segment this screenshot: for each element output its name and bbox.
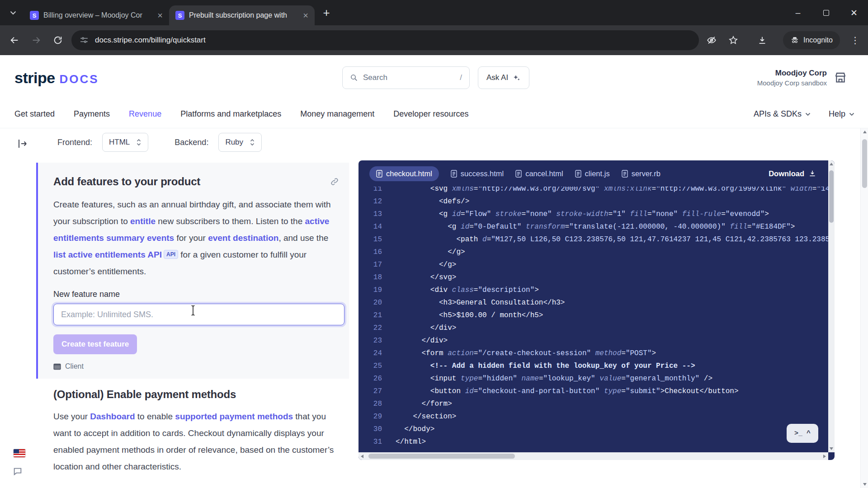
flag-canton xyxy=(14,449,19,453)
anchor-link-icon[interactable] xyxy=(330,177,339,186)
file-tab-cancel-html[interactable]: cancel.html xyxy=(515,169,563,178)
code-line: 30 </body> xyxy=(359,423,828,436)
scrollbar-thumb[interactable] xyxy=(368,454,515,459)
chat-bubble-icon xyxy=(13,466,23,476)
search-placeholder: Search xyxy=(363,73,455,82)
api-badge: API xyxy=(164,250,178,259)
new-feature-name-input[interactable] xyxy=(53,304,344,325)
close-tab-icon[interactable]: × xyxy=(302,11,309,20)
bookmark-button[interactable] xyxy=(723,30,743,50)
link-supported-payment-methods[interactable]: supported payment methods xyxy=(175,412,293,421)
file-tab-client-js[interactable]: client.js xyxy=(575,169,610,178)
enable-payment-methods-section: (Optional) Enable payment methods Use yo… xyxy=(53,388,352,475)
create-test-feature-button[interactable]: Create test feature xyxy=(53,334,137,354)
downloads-button[interactable] xyxy=(752,30,772,50)
language-flag-us[interactable] xyxy=(14,449,25,457)
tab-strip: S Billing overview – Moodjoy Cor × S Pre… xyxy=(0,0,868,25)
link-event-destination[interactable]: event destination xyxy=(208,233,278,243)
code-vertical-scrollbar[interactable] xyxy=(828,160,835,452)
maximize-button[interactable] xyxy=(812,0,840,25)
search-input[interactable]: Search / xyxy=(342,66,470,89)
expand-sidebar-button[interactable] xyxy=(16,137,29,150)
code-horizontal-scrollbar[interactable] xyxy=(359,452,828,460)
forward-button[interactable] xyxy=(26,30,46,50)
scroll-left-icon[interactable] xyxy=(361,455,363,458)
tab-search-button[interactable] xyxy=(5,5,21,20)
link-entitle[interactable]: entitle xyxy=(130,216,156,226)
minimize-button[interactable]: – xyxy=(784,0,812,25)
frontend-select[interactable]: HTML xyxy=(102,133,148,152)
file-tab-label: success.html xyxy=(461,169,504,178)
code-line: 18 </svg> xyxy=(359,271,828,284)
line-number: 13 xyxy=(359,208,382,221)
code-lines: 11 <svg xmlns="http://www.w3.org/2000/sv… xyxy=(359,187,828,448)
site-settings-icon[interactable] xyxy=(80,36,89,45)
scroll-up-icon[interactable] xyxy=(830,163,833,165)
file-tab-success-html[interactable]: success.html xyxy=(451,169,504,178)
scroll-right-icon[interactable] xyxy=(823,455,826,458)
nav-item-platforms-and-marketplaces[interactable]: Platforms and marketplaces xyxy=(180,109,281,119)
scrollbar-thumb[interactable] xyxy=(862,139,867,188)
code-area[interactable]: 11 <svg xmlns="http://www.w3.org/2000/sv… xyxy=(359,187,828,452)
back-button[interactable] xyxy=(5,30,24,50)
nav-item-help[interactable]: Help xyxy=(829,109,854,119)
line-number: 19 xyxy=(359,284,382,296)
terminal-toggle-button[interactable]: >_ ^ xyxy=(787,424,818,443)
nav-item-payments[interactable]: Payments xyxy=(74,109,110,119)
nav-item-money-management[interactable]: Money management xyxy=(300,109,374,119)
account-switcher[interactable]: Moodjoy Corp Moodjoy Corp sandbox xyxy=(757,69,848,87)
ask-ai-label: Ask AI xyxy=(486,73,508,82)
ask-ai-button[interactable]: Ask AI xyxy=(478,66,529,89)
code-panel: checkout.htmlsuccess.htmlcancel.htmlclie… xyxy=(359,160,835,460)
close-window-button[interactable]: ✕ xyxy=(840,0,868,25)
link-dashboard[interactable]: Dashboard xyxy=(90,412,135,421)
code-file-tabs: checkout.htmlsuccess.htmlcancel.htmlclie… xyxy=(369,166,660,181)
line-code: <path d="M127,50 L126,50 C123.238576,50 … xyxy=(396,233,828,246)
line-code: <h5>$100.00 / month</h5> xyxy=(396,309,543,322)
file-tab-checkout-html[interactable]: checkout.html xyxy=(369,166,439,181)
nav-item-developer-resources[interactable]: Developer resources xyxy=(393,109,468,119)
page-scrollbar[interactable] xyxy=(860,128,868,488)
code-line: 16 </g> xyxy=(359,246,828,258)
nav-item-revenue[interactable]: Revenue xyxy=(129,109,161,119)
code-line: 14 <g id="0-Default" transform="translat… xyxy=(359,221,828,233)
browser-tab-billing-overview[interactable]: S Billing overview – Moodjoy Cor × xyxy=(24,5,169,25)
code-line: 17 </g> xyxy=(359,258,828,271)
reload-icon xyxy=(53,35,63,45)
file-icon xyxy=(515,170,522,178)
new-tab-button[interactable]: + xyxy=(318,5,335,21)
close-tab-icon[interactable]: × xyxy=(156,11,164,20)
line-code: <g id="0-Default" transform="translate(-… xyxy=(396,221,795,233)
chevron-up-icon: ^ xyxy=(807,430,811,437)
scroll-down-button[interactable] xyxy=(861,479,868,488)
section-title: (Optional) Enable payment methods xyxy=(53,388,352,401)
backend-select[interactable]: Ruby xyxy=(218,133,262,152)
incognito-badge[interactable]: Incognito xyxy=(783,31,840,49)
scrollbar-thumb[interactable] xyxy=(829,170,834,223)
code-line: 23 </div> xyxy=(359,334,828,347)
link-list-active-entitlements-api[interactable]: list active entitlements API xyxy=(53,250,162,259)
feedback-chat-button[interactable] xyxy=(13,466,23,476)
download-button[interactable]: Download xyxy=(769,169,816,178)
forward-icon xyxy=(31,35,41,45)
new-feature-name-label: New feature name xyxy=(53,290,344,299)
url-text[interactable]: docs.stripe.com/billing/quickstart xyxy=(95,36,206,45)
browser-menu-button[interactable]: ⋮ xyxy=(846,30,864,50)
frontend-value: HTML xyxy=(109,138,130,147)
file-tab-server-rb[interactable]: server.rb xyxy=(622,169,660,178)
nav-item-apis-sdks[interactable]: APIs & SDKs xyxy=(754,109,811,119)
line-code: </g> xyxy=(396,246,465,258)
reload-button[interactable] xyxy=(48,30,68,50)
expand-sidebar-icon xyxy=(16,137,29,150)
scroll-up-button[interactable] xyxy=(861,128,868,137)
preview-eye-button[interactable] xyxy=(702,30,722,50)
address-bar[interactable]: docs.stripe.com/billing/quickstart xyxy=(71,30,699,50)
frontend-label: Frontend: xyxy=(57,138,92,147)
browser-tab-quickstart[interactable]: S Prebuilt subscription page with × xyxy=(169,5,315,25)
line-number: 27 xyxy=(359,385,382,398)
stripe-docs-logo[interactable]: stripe DOCS xyxy=(14,69,99,87)
scroll-down-icon[interactable] xyxy=(830,447,833,450)
line-code: <button id="checkout-and-portal-button" … xyxy=(396,385,739,398)
client-window-icon xyxy=(53,363,61,370)
nav-item-get-started[interactable]: Get started xyxy=(14,109,55,119)
